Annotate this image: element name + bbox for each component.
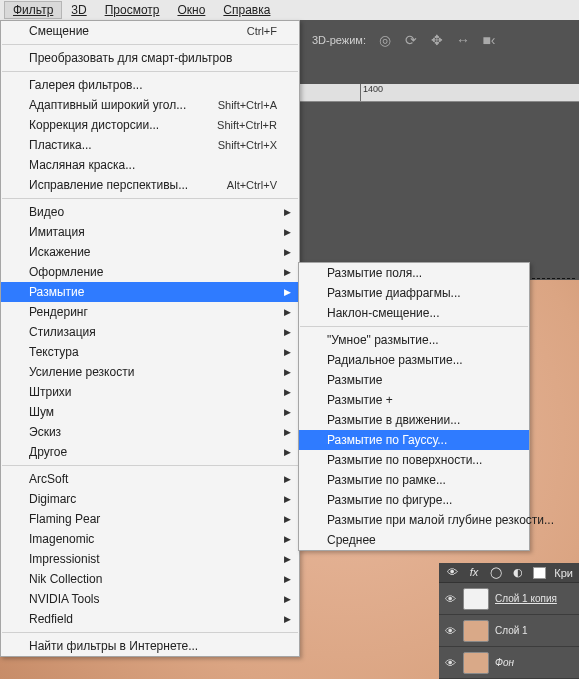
submenu-arrow-icon: ▶ (284, 474, 291, 484)
menu-item[interactable]: Штрихи▶ (1, 382, 299, 402)
menu-separator (2, 44, 298, 45)
menu-item-label: Галерея фильтров... (29, 78, 142, 92)
menu-item-label: Усиление резкости (29, 365, 134, 379)
layer-row[interactable]: 👁Слой 1 копия (439, 583, 579, 615)
submenu-item-label: Размытие при малой глубине резкости... (327, 513, 554, 527)
visibility-toggle-icon[interactable]: 👁 (443, 657, 457, 669)
submenu-item-label: Размытие по фигуре... (327, 493, 452, 507)
menu-item[interactable]: ArcSoft▶ (1, 469, 299, 489)
menu-item[interactable]: Digimarc▶ (1, 489, 299, 509)
submenu-item[interactable]: Размытие (299, 370, 529, 390)
submenu-item[interactable]: Размытие диафрагмы... (299, 283, 529, 303)
menu-item-label: Размытие (29, 285, 84, 299)
menu-item-label: Пластика... (29, 138, 92, 152)
menu-item[interactable]: Рендеринг▶ (1, 302, 299, 322)
layer-name-label[interactable]: Фон (495, 657, 514, 668)
submenu-item-label: Размытие диафрагмы... (327, 286, 461, 300)
submenu-item[interactable]: Размытие по фигуре... (299, 490, 529, 510)
submenu-item[interactable]: Размытие при малой глубине резкости... (299, 510, 529, 530)
visibility-toggle-icon[interactable]: 👁 (443, 593, 457, 605)
slide-icon[interactable]: ↔ (454, 31, 472, 49)
menu-item[interactable]: Оформление▶ (1, 262, 299, 282)
layer-row[interactable]: 👁Фон (439, 647, 579, 679)
menu-item[interactable]: Шум▶ (1, 402, 299, 422)
submenu-item[interactable]: Размытие + (299, 390, 529, 410)
menu-item[interactable]: Impressionist▶ (1, 549, 299, 569)
menu-help[interactable]: Справка (214, 1, 279, 19)
roll-icon[interactable]: ⟳ (402, 31, 420, 49)
menu-item[interactable]: Искажение▶ (1, 242, 299, 262)
submenu-item[interactable]: Размытие по рамке... (299, 470, 529, 490)
menu-item[interactable]: Текстура▶ (1, 342, 299, 362)
menu-item[interactable]: СмещениеCtrl+F (1, 21, 299, 41)
menu-item[interactable]: Усиление резкости▶ (1, 362, 299, 382)
3d-mode-label: 3D-режим: (312, 34, 366, 46)
fx-icon[interactable]: fx (467, 566, 481, 580)
layer-thumbnail[interactable] (463, 588, 489, 610)
submenu-arrow-icon: ▶ (284, 494, 291, 504)
submenu-item[interactable]: Размытие по поверхности... (299, 450, 529, 470)
menu-item[interactable]: Видео▶ (1, 202, 299, 222)
menu-item-label: Рендеринг (29, 305, 88, 319)
submenu-arrow-icon: ▶ (284, 407, 291, 417)
layer-thumbnail[interactable] (463, 652, 489, 674)
menu-item[interactable]: Другое▶ (1, 442, 299, 462)
menu-item[interactable]: Nik Collection▶ (1, 569, 299, 589)
menu-item-label: Digimarc (29, 492, 76, 506)
menu-item[interactable]: Стилизация▶ (1, 322, 299, 342)
submenu-arrow-icon: ▶ (284, 554, 291, 564)
menu-item-label: Nik Collection (29, 572, 102, 586)
menu-item[interactable]: Redfield▶ (1, 609, 299, 629)
layer-thumbnail[interactable] (463, 620, 489, 642)
submenu-arrow-icon: ▶ (284, 574, 291, 584)
submenu-item[interactable]: Размытие поля... (299, 263, 529, 283)
submenu-item-label: Размытие в движении... (327, 413, 460, 427)
menu-item[interactable]: Имитация▶ (1, 222, 299, 242)
submenu-arrow-icon: ▶ (284, 594, 291, 604)
menu-item[interactable]: Преобразовать для смарт-фильтров (1, 48, 299, 68)
submenu-item[interactable]: Радиальное размытие... (299, 350, 529, 370)
menu-item[interactable]: Адаптивный широкий угол...Shift+Ctrl+A (1, 95, 299, 115)
menu-item-label: Преобразовать для смарт-фильтров (29, 51, 232, 65)
orbit-icon[interactable]: ◎ (376, 31, 394, 49)
menu-item[interactable]: Коррекция дисторсии...Shift+Ctrl+R (1, 115, 299, 135)
menu-item[interactable]: Эскиз▶ (1, 422, 299, 442)
menu-3d[interactable]: 3D (62, 1, 95, 19)
menu-item[interactable]: Исправление перспективы...Alt+Ctrl+V (1, 175, 299, 195)
menu-item-label: Стилизация (29, 325, 96, 339)
menu-item[interactable]: NVIDIA Tools▶ (1, 589, 299, 609)
submenu-item[interactable]: Размытие по Гауссу... (299, 430, 529, 450)
menu-item[interactable]: Размытие▶ (1, 282, 299, 302)
menu-item[interactable]: Flaming Pear▶ (1, 509, 299, 529)
menu-item-label: Штрихи (29, 385, 72, 399)
menu-item[interactable]: Пластика...Shift+Ctrl+X (1, 135, 299, 155)
menu-item[interactable]: Imagenomic▶ (1, 529, 299, 549)
ruler-tick: 1400 (360, 84, 383, 101)
menu-item[interactable]: Найти фильтры в Интернете... (1, 636, 299, 656)
layer-name-label[interactable]: Слой 1 (495, 625, 528, 636)
submenu-arrow-icon: ▶ (284, 207, 291, 217)
submenu-item[interactable]: "Умное" размытие... (299, 330, 529, 350)
camera-icon[interactable]: ■‹ (480, 31, 498, 49)
menu-filter[interactable]: Фильтр (4, 1, 62, 19)
menu-item[interactable]: Галерея фильтров... (1, 75, 299, 95)
menu-item-shortcut: Shift+Ctrl+R (217, 119, 277, 131)
menu-window[interactable]: Окно (168, 1, 214, 19)
submenu-item[interactable]: Наклон-смещение... (299, 303, 529, 323)
layer-row[interactable]: 👁Слой 1 (439, 615, 579, 647)
menu-view[interactable]: Просмотр (96, 1, 169, 19)
mask-icon[interactable]: ◯ (489, 566, 503, 580)
menu-item-label: Другое (29, 445, 67, 459)
submenu-arrow-icon: ▶ (284, 614, 291, 624)
submenu-item[interactable]: Размытие в движении... (299, 410, 529, 430)
layer-name-label[interactable]: Слой 1 копия (495, 593, 557, 604)
pan-icon[interactable]: ✥ (428, 31, 446, 49)
menu-item-label: Искажение (29, 245, 91, 259)
menu-item-label: NVIDIA Tools (29, 592, 99, 606)
submenu-item[interactable]: Среднее (299, 530, 529, 550)
adjust-icon[interactable]: ◐ (511, 566, 525, 580)
visibility-toggle-icon[interactable]: 👁 (443, 625, 457, 637)
menu-item[interactable]: Масляная краска... (1, 155, 299, 175)
submenu-arrow-icon: ▶ (284, 247, 291, 257)
swatch[interactable] (533, 567, 546, 579)
